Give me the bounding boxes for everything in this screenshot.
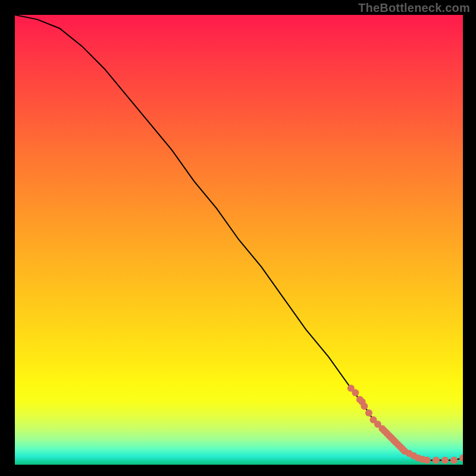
attribution-text: TheBottleneck.com <box>358 1 470 15</box>
plot-background <box>15 15 463 465</box>
chart-container: TheBottleneck.com <box>0 0 476 476</box>
